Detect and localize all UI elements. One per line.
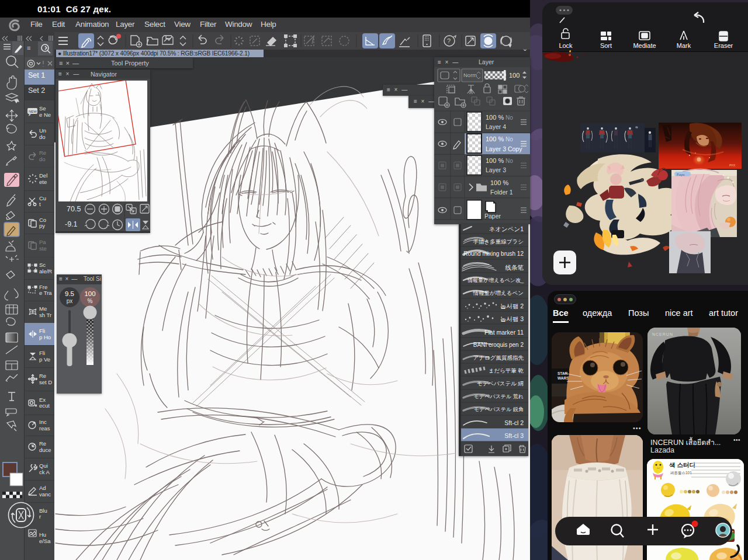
svg-text:Lock: Lock xyxy=(559,42,573,49)
svg-text:Fuyu: Fuyu xyxy=(677,173,684,176)
svg-text:100 %: 100 % xyxy=(486,114,504,121)
svg-text:100 %: 100 % xyxy=(486,157,504,164)
svg-text:-9.1: -9.1 xyxy=(65,220,78,228)
svg-text:Layer: Layer xyxy=(479,58,494,65)
svg-text:Layer 3 Copy: Layer 3 Copy xyxy=(486,145,522,152)
svg-text:100: 100 xyxy=(84,290,95,297)
svg-text:9.5: 9.5 xyxy=(65,290,74,297)
svg-text:100 %: 100 % xyxy=(486,135,504,142)
svg-text:70.5: 70.5 xyxy=(67,205,81,213)
svg-text:px: px xyxy=(67,298,73,304)
svg-text:No: No xyxy=(505,136,513,142)
svg-text:No: No xyxy=(505,114,513,121)
svg-text:Sort: Sort xyxy=(600,42,612,49)
svg-text:≡ × —: ≡ × — xyxy=(438,59,459,65)
svg-text:NCERUN: NCERUN xyxy=(652,332,673,336)
svg-text:PHX: PHX xyxy=(729,164,736,167)
svg-text:색 스터디: 색 스터디 xyxy=(669,461,695,468)
svg-text:WARS: WARS xyxy=(557,376,569,380)
svg-text:Layer 4: Layer 4 xyxy=(486,123,506,130)
svg-text:NEW: NEW xyxy=(29,110,37,113)
svg-text:Mediate: Mediate xyxy=(633,42,656,49)
svg-text:Norm: Norm xyxy=(463,72,477,78)
svg-text:Folder 1: Folder 1 xyxy=(490,189,513,196)
svg-text:Eraser: Eraser xyxy=(714,42,733,49)
svg-text:%: % xyxy=(88,298,93,304)
svg-text:100 %: 100 % xyxy=(490,179,508,186)
svg-text:No: No xyxy=(505,158,513,164)
svg-text:100: 100 xyxy=(509,72,520,79)
svg-text:Layer 3: Layer 3 xyxy=(486,166,506,173)
svg-text:Mark: Mark xyxy=(677,42,691,49)
svg-text:Paper: Paper xyxy=(484,213,501,220)
svg-text:페튼돌스101: 페튼돌스101 xyxy=(670,471,692,475)
svg-text:?: ? xyxy=(447,37,451,44)
